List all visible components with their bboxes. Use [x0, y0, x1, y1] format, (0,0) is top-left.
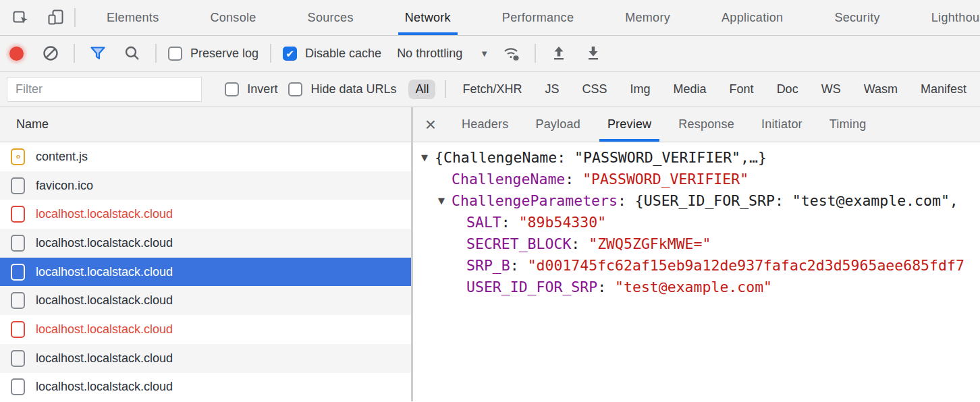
- table-row[interactable]: localhost.localstack.cloud: [0, 200, 411, 229]
- tab-headers[interactable]: Headers: [448, 107, 522, 142]
- type-filter-ws[interactable]: WS: [815, 80, 848, 99]
- tab-lighthouse[interactable]: Lighthouse: [906, 0, 980, 35]
- json-separator: :: [618, 192, 635, 209]
- devtools-window: Elements Console Sources Network Perform…: [0, 0, 980, 402]
- table-row[interactable]: localhost.localstack.cloud: [0, 315, 411, 344]
- preserve-log-toggle[interactable]: Preserve log: [168, 47, 258, 61]
- type-filter-all[interactable]: All: [408, 80, 435, 99]
- table-row[interactable]: localhost.localstack.cloud: [0, 344, 411, 373]
- tab-response[interactable]: Response: [665, 107, 748, 142]
- request-name: localhost.localstack.cloud: [36, 322, 173, 337]
- detail-tab-bar: Headers Payload Preview Response Initiat…: [413, 107, 980, 142]
- json-separator: :: [510, 257, 528, 274]
- import-har-icon[interactable]: [547, 42, 570, 65]
- script-file-icon: [11, 148, 25, 165]
- filter-input[interactable]: [7, 77, 202, 102]
- type-filter-fetch-xhr[interactable]: Fetch/XHR: [456, 80, 528, 99]
- hide-data-urls-checkbox[interactable]: [288, 82, 302, 96]
- table-row[interactable]: localhost.localstack.cloud: [0, 373, 411, 402]
- document-file-icon: [11, 292, 25, 309]
- main-tabs: Elements Console Sources Network Perform…: [81, 0, 980, 35]
- tab-memory[interactable]: Memory: [599, 0, 696, 35]
- export-har-icon[interactable]: [582, 42, 605, 65]
- type-filter-manifest[interactable]: Manifest: [914, 80, 973, 99]
- type-filter-media[interactable]: Media: [667, 80, 713, 99]
- json-property-line: ChallengeName: "PASSWORD_VERIFIER": [413, 169, 980, 190]
- type-filter-doc[interactable]: Doc: [770, 80, 805, 99]
- tab-network[interactable]: Network: [379, 0, 477, 35]
- request-name: favicon.ico: [36, 179, 93, 193]
- tab-timing[interactable]: Timing: [816, 107, 880, 142]
- close-icon[interactable]: [413, 107, 448, 142]
- table-row[interactable]: localhost.localstack.cloud: [0, 229, 411, 258]
- json-root-line: {ChallengeName: "PASSWORD_VERIFIER",…}: [413, 147, 980, 169]
- tab-initiator[interactable]: Initiator: [748, 107, 816, 142]
- tab-payload[interactable]: Payload: [522, 107, 593, 142]
- request-type-filters: All Fetch/XHR JS CSS Img Media Font Doc …: [408, 80, 973, 99]
- hide-data-urls-toggle[interactable]: Hide data URLs: [288, 82, 396, 96]
- table-row[interactable]: favicon.ico: [0, 171, 411, 200]
- filter-icon[interactable]: [86, 42, 109, 65]
- document-file-icon: [11, 264, 25, 281]
- disable-cache-label: Disable cache: [305, 47, 381, 61]
- throttling-value: No throttling: [397, 47, 462, 61]
- inspect-element-icon[interactable]: [9, 6, 32, 29]
- network-toolbar: Preserve log Disable cache No throttling: [0, 36, 980, 71]
- tab-application[interactable]: Application: [696, 0, 809, 35]
- json-object-line: ChallengeParameters: {USER_ID_FOR_SRP: "…: [413, 190, 980, 212]
- divider: [535, 44, 536, 63]
- divider: [155, 44, 157, 63]
- json-property-line: SECRET_BLOCK: "ZWQ5ZGFkMWE=": [413, 233, 980, 255]
- json-key: ChallengeName: [452, 171, 565, 188]
- table-row[interactable]: content.js: [0, 142, 411, 171]
- divider: [74, 44, 75, 63]
- json-string-value: "test@example.com": [615, 279, 772, 295]
- invert-checkbox[interactable]: [225, 82, 239, 96]
- clear-icon[interactable]: [39, 42, 62, 65]
- table-row-selected[interactable]: localhost.localstack.cloud: [0, 258, 411, 287]
- json-separator: :: [597, 279, 615, 295]
- disable-cache-toggle[interactable]: Disable cache: [283, 47, 381, 61]
- type-filter-js[interactable]: JS: [539, 80, 566, 99]
- invert-toggle[interactable]: Invert: [225, 82, 277, 96]
- collapse-arrow-icon[interactable]: [421, 152, 431, 163]
- device-toolbar-icon[interactable]: [45, 6, 67, 29]
- disable-cache-checkbox[interactable]: [283, 47, 297, 61]
- type-filter-wasm[interactable]: Wasm: [857, 80, 904, 99]
- search-icon[interactable]: [121, 42, 144, 65]
- json-key: USER_ID_FOR_SRP: [466, 279, 597, 295]
- tab-security[interactable]: Security: [809, 0, 905, 35]
- hide-data-urls-label: Hide data URLs: [310, 82, 396, 96]
- tab-sources[interactable]: Sources: [282, 0, 379, 35]
- tab-performance[interactable]: Performance: [477, 0, 599, 35]
- document-file-icon: [11, 378, 25, 395]
- preserve-log-checkbox[interactable]: [168, 47, 182, 61]
- tab-console[interactable]: Console: [184, 0, 281, 35]
- request-details-panel: Headers Payload Preview Response Initiat…: [413, 107, 980, 401]
- type-filter-img[interactable]: Img: [624, 80, 657, 99]
- invert-label: Invert: [247, 82, 277, 96]
- throttling-dropdown[interactable]: No throttling: [397, 47, 489, 61]
- type-filter-css[interactable]: CSS: [576, 80, 614, 99]
- document-file-icon: [11, 177, 25, 194]
- request-name: localhost.localstack.cloud: [36, 380, 173, 394]
- request-name: content.js: [36, 150, 88, 164]
- request-name: localhost.localstack.cloud: [36, 351, 173, 366]
- tab-preview[interactable]: Preview: [594, 107, 665, 142]
- network-conditions-icon[interactable]: [500, 42, 523, 65]
- devtools-toolbar-icons: [0, 0, 74, 35]
- table-row[interactable]: localhost.localstack.cloud: [0, 286, 411, 315]
- document-file-icon: [11, 350, 25, 367]
- json-key: SECRET_BLOCK: [466, 235, 571, 252]
- tab-elements[interactable]: Elements: [81, 0, 184, 35]
- collapse-arrow-icon[interactable]: [438, 196, 447, 206]
- json-separator: :: [565, 171, 582, 188]
- type-filter-font[interactable]: Font: [723, 80, 761, 99]
- json-key: SALT: [466, 214, 501, 231]
- document-file-icon: [11, 321, 25, 338]
- name-column-header[interactable]: Name: [0, 107, 411, 142]
- record-icon[interactable]: [9, 47, 24, 61]
- json-string-value: "89b54330": [519, 214, 606, 231]
- request-name: localhost.localstack.cloud: [36, 265, 173, 279]
- json-string-value: "PASSWORD_VERIFIER": [582, 171, 748, 188]
